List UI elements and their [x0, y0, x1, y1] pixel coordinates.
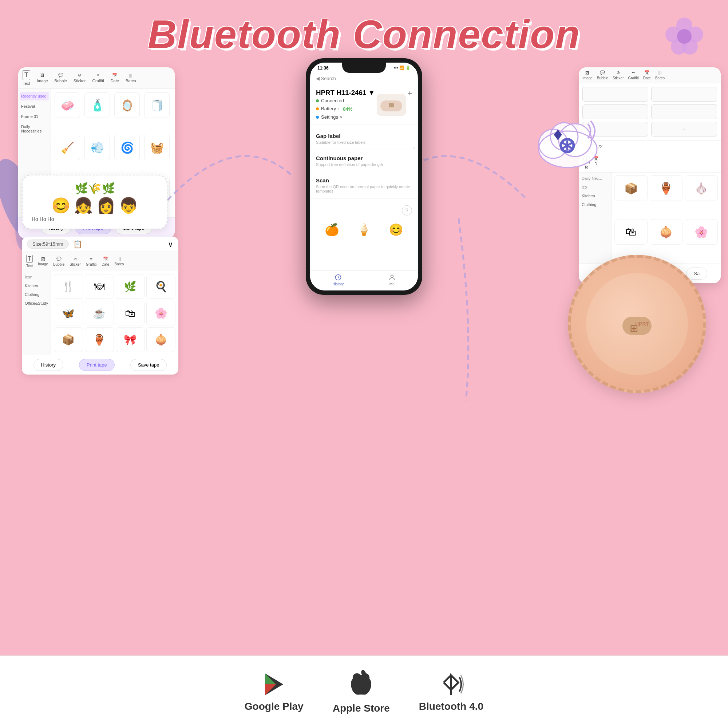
right-sidebar: Icon Kitchen Clothing Office&Study: [22, 271, 51, 355]
toolbar2-graffiti[interactable]: ✒ Graffiti: [86, 257, 96, 266]
apple-icon: [348, 670, 374, 699]
sticker-cell[interactable]: 🍴: [54, 274, 83, 299]
sidebar-office[interactable]: Office&Study: [23, 300, 49, 307]
icon-cell[interactable]: 💨: [84, 135, 110, 160]
printer-inner: ⊞ HPRT: [586, 273, 688, 375]
sidebar-clothing[interactable]: Clothing: [23, 291, 49, 298]
bubble2-icon: 💬: [57, 257, 61, 262]
r-bubble-icon: 💬: [600, 70, 605, 75]
right-app-screenshot: 🖼 Image 💬 Bubble ⊘ Sticker ✒ Graffiti 📅 …: [579, 67, 721, 283]
page-title: Bluetooth Connection: [0, 0, 728, 57]
label-slot-icon[interactable]: +: [651, 122, 717, 136]
sidebar-recently[interactable]: Recently used: [20, 92, 49, 101]
toolbar-text[interactable]: T Text: [23, 70, 30, 86]
sticker-cell[interactable]: 🎀: [116, 327, 145, 352]
r-icon-cell[interactable]: 📦: [615, 176, 648, 201]
nav-history[interactable]: History: [332, 274, 344, 286]
nav-me-label: Me: [390, 282, 395, 286]
icon-cell[interactable]: 🧹: [55, 135, 80, 160]
sidebar-frame[interactable]: Frame 01: [20, 112, 49, 121]
right-save-btn[interactable]: Sa: [686, 268, 707, 280]
icon-cell[interactable]: 🧼: [55, 92, 80, 118]
toolbar-sticker[interactable]: ⊘ Sticker: [73, 73, 86, 83]
r-icon-cell[interactable]: 🧄: [685, 176, 718, 201]
sticker-cell[interactable]: 📦: [54, 327, 83, 352]
sticker-cell[interactable]: 🌿: [116, 274, 145, 299]
sticker-cell[interactable]: 🦋: [54, 301, 83, 326]
device-info: HPRT H11-2461 ▼ Connected Battery： 84%: [316, 89, 375, 121]
text-label: Text: [23, 81, 30, 86]
r-sidebar-clothing[interactable]: Clothing: [580, 201, 610, 208]
toolbar-graffiti[interactable]: ✒ Graffiti: [92, 73, 104, 83]
r-icon-cell[interactable]: 🧅: [650, 219, 683, 245]
right-toolbar-graffiti[interactable]: ✒ Graffiti: [628, 70, 639, 80]
right-toolbar-image[interactable]: 🖼 Image: [583, 70, 593, 80]
sticker-cell[interactable]: ☕: [85, 301, 114, 326]
icon-cell[interactable]: 🪞: [114, 92, 140, 118]
add-device-button[interactable]: +: [407, 89, 412, 98]
r-sidebar-kitchen[interactable]: Kitchen: [580, 192, 610, 199]
toolbar2-date[interactable]: 📅 Date: [102, 257, 109, 266]
toolbar2-image[interactable]: 🖼 Image: [38, 257, 48, 266]
bluetooth-label: Bluetooth 4.0: [419, 701, 483, 712]
sticker-cell[interactable]: 🏺: [85, 327, 114, 352]
bluetooth-cloud: ⊛ ♦: [528, 102, 608, 175]
right-toolbar-barcode[interactable]: ||| Barco: [655, 70, 665, 80]
print-tape-btn2[interactable]: Print tape: [79, 359, 115, 371]
text2-icon: T: [26, 255, 33, 263]
r-icon-cell[interactable]: 🌸: [685, 219, 718, 245]
label-slot[interactable]: [651, 104, 717, 119]
right-toolbar-bubble[interactable]: 💬 Bubble: [597, 70, 608, 80]
icon-cell[interactable]: 🌀: [114, 135, 140, 160]
settings-row[interactable]: Settings >: [316, 113, 375, 121]
icon-cell[interactable]: 🧺: [144, 135, 170, 160]
text-icon: T: [23, 70, 30, 80]
label-sub-text: Ho Ho Ho: [32, 216, 158, 222]
right-toolbar-sticker[interactable]: ⊘ Sticker: [613, 70, 624, 80]
bluetooth-store[interactable]: Bluetooth 4.0: [419, 671, 483, 712]
sidebar-kitchen[interactable]: Kitchen: [23, 282, 49, 289]
toolbar-date[interactable]: 📅 Date: [111, 73, 119, 83]
toolbar2-text[interactable]: T Text: [26, 255, 33, 268]
label-slot[interactable]: [651, 87, 717, 102]
back-button[interactable]: ◀ Search: [316, 76, 336, 81]
phone-search-header[interactable]: ◀ Search: [310, 72, 418, 85]
sticker-cell[interactable]: 🧅: [146, 327, 176, 352]
r-icon-cell[interactable]: 🏺: [650, 176, 683, 201]
r-icon-cell[interactable]: 🛍: [615, 219, 648, 245]
sticker-cell[interactable]: 🍳: [146, 274, 176, 299]
help-icon[interactable]: ?: [402, 205, 412, 216]
bluetooth-icon: [438, 671, 464, 697]
sidebar-festival[interactable]: Festival: [20, 102, 49, 111]
graffiti-icon: ✒: [96, 73, 100, 78]
google-play-store[interactable]: Google Play: [245, 671, 304, 712]
settings-link[interactable]: Settings >: [321, 114, 342, 120]
apple-store[interactable]: Apple Store: [333, 670, 390, 714]
nav-me[interactable]: Me: [388, 274, 396, 286]
date2-icon: 📅: [103, 257, 108, 262]
icon-cell[interactable]: 🧻: [144, 92, 170, 118]
toolbar-barcode[interactable]: ||| Barco: [125, 73, 136, 83]
toolbar2-barcode[interactable]: ||| Barco: [114, 257, 124, 266]
stores-bar: Google Play Apple Store Bluetooth 4.0: [0, 655, 728, 728]
sticker-cell[interactable]: 🛍: [116, 301, 145, 326]
sticker-cell[interactable]: 🌸: [146, 301, 176, 326]
gap-label-item[interactable]: Gap label Suitable for fixed size labels…: [310, 128, 418, 150]
toolbar-image[interactable]: 🖼 Image: [37, 73, 48, 83]
size-badge[interactable]: Size:59*15mm: [27, 240, 69, 249]
r-barcode-icon: |||: [658, 70, 662, 75]
toolbar2-sticker[interactable]: ⊘ Sticker: [70, 257, 81, 266]
toolbar2-bubble[interactable]: 💬 Bubble: [53, 257, 64, 266]
sidebar-necessities[interactable]: Daily Necessities: [20, 122, 49, 135]
continuous-paper-title: Continuous paper: [316, 155, 412, 161]
toolbar-bubble[interactable]: 💬 Bubble: [55, 73, 67, 83]
scan-item[interactable]: Scan Scan the QR code on thermal paper t…: [310, 172, 418, 199]
history-btn2[interactable]: History: [34, 359, 63, 371]
label-slot[interactable]: [583, 87, 648, 102]
right-toolbar-date[interactable]: 📅 Date: [643, 70, 651, 80]
save-tape-btn2[interactable]: Save tape: [130, 359, 167, 371]
citrus-icon: 🍊: [325, 223, 339, 237]
sticker-cell[interactable]: 🍽: [85, 274, 114, 299]
icon-cell[interactable]: 🧴: [84, 92, 110, 118]
continuous-paper-item[interactable]: Continuous paper Support free definition…: [310, 150, 418, 172]
